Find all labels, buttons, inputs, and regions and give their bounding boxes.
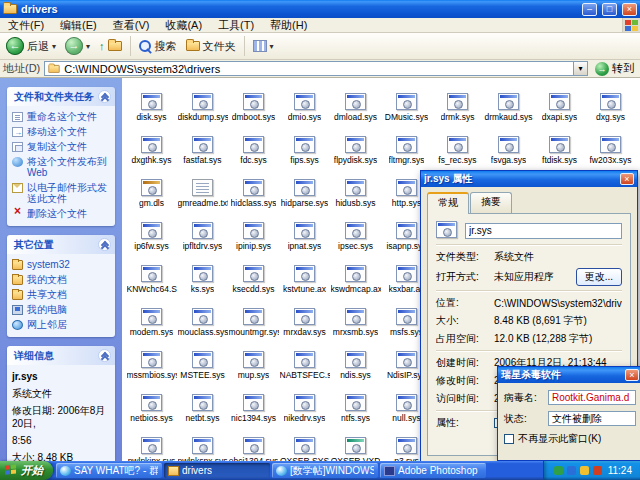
file-item[interactable]: KNWchc64.SYS [126,252,177,295]
file-item[interactable]: fastfat.sys [177,123,228,166]
menu-item[interactable]: 帮助(H) [262,18,315,33]
start-button[interactable]: 开始 [0,461,53,480]
file-item[interactable]: diskdump.sys [177,80,228,123]
file-item[interactable]: ks.sys [177,252,228,295]
forward-dropdown-icon[interactable]: ▾ [86,42,90,51]
address-input[interactable] [64,62,570,75]
dont-show-again-checkbox[interactable] [504,434,514,444]
file-item[interactable]: hidparse.sys [279,166,330,209]
menu-item[interactable]: 编辑(E) [52,18,105,33]
change-button[interactable]: 更改... [576,268,622,286]
file-item[interactable]: ksecdd.sys [228,252,279,295]
file-item[interactable]: mrxdav.sys [279,295,330,338]
file-item[interactable]: fsvga.sys [483,123,534,166]
menu-item[interactable]: 工具(T) [210,18,262,33]
place-item[interactable]: system32 [12,259,110,270]
tray-icon[interactable] [554,466,563,475]
file-item[interactable]: mrxsmb.sys [330,295,381,338]
file-item[interactable]: ip6fw.sys [126,209,177,252]
tray-icon[interactable] [580,466,589,475]
task-item[interactable]: 移动这个文件 [12,126,110,137]
file-item[interactable]: nikedrv.sys [279,381,330,424]
taskbar-button[interactable]: Adobe Photoshop [380,463,486,478]
place-item[interactable]: 共享文档 [12,289,110,300]
task-item[interactable]: 重命名这个文件 [12,111,110,122]
file-item[interactable]: netbios.sys [126,381,177,424]
file-item[interactable]: OXSER.SYS [279,424,330,461]
file-item[interactable]: fdc.sys [228,123,279,166]
file-item[interactable]: mountmgr.sys [228,295,279,338]
file-item[interactable]: fips.sys [279,123,330,166]
views-button[interactable]: ▾ [250,38,277,54]
file-item[interactable]: fltmgr.sys [381,123,432,166]
properties-close-button[interactable]: × [620,173,634,185]
menu-item[interactable]: 文件(F) [0,18,52,33]
file-item[interactable]: DMusic.sys [381,80,432,123]
file-item[interactable]: nwlnkipx.sys [126,424,177,461]
file-item[interactable]: gm.dls [126,166,177,209]
close-button[interactable]: × [622,3,637,16]
minimize-button[interactable]: – [582,3,597,16]
chevron-up-icon[interactable] [98,238,111,251]
file-item[interactable]: ohci1394.sys [228,424,279,461]
file-item[interactable]: ndis.sys [330,338,381,381]
menu-item[interactable]: 收藏(A) [157,18,210,33]
file-item[interactable]: gmreadme.txt [177,166,228,209]
file-item[interactable]: mouclass.sys [177,295,228,338]
file-item[interactable]: netbt.sys [177,381,228,424]
chevron-up-icon[interactable] [98,90,111,103]
file-item[interactable]: disk.sys [126,80,177,123]
file-item[interactable]: hidclass.sys [228,166,279,209]
back-dropdown-icon[interactable]: ▾ [52,42,56,51]
file-item[interactable]: NABTSFEC.sys [279,338,330,381]
file-item[interactable]: kswdmcap.ax [330,252,381,295]
task-item[interactable]: 将这个文件发布到 Web [12,156,110,178]
views-dropdown-icon[interactable]: ▾ [270,42,274,51]
file-item[interactable]: kstvtune.ax [279,252,330,295]
file-item[interactable]: drmkaud.sys [483,80,534,123]
address-dropdown-icon[interactable]: ▾ [573,62,587,75]
menu-item[interactable]: 查看(V) [105,18,158,33]
file-item[interactable]: mup.sys [228,338,279,381]
tab-general[interactable]: 常规 [427,192,469,214]
file-item[interactable]: dxg.sys [585,80,636,123]
place-item[interactable]: 网上邻居 [12,319,110,330]
details-header[interactable]: 详细信息 [7,346,115,365]
search-button[interactable]: 搜索 [136,37,180,56]
forward-button[interactable]: → ▾ [62,35,93,57]
file-item[interactable]: ftdisk.sys [534,123,585,166]
file-item[interactable]: hidusb.sys [330,166,381,209]
file-item[interactable]: dmload.sys [330,80,381,123]
file-item[interactable]: ipinip.sys [228,209,279,252]
back-button[interactable]: ← 后退 ▾ [3,35,59,57]
chevron-up-icon[interactable] [98,349,111,362]
folders-button[interactable]: 文件夹 [183,37,239,56]
file-item[interactable]: dmboot.sys [228,80,279,123]
file-item[interactable]: modem.sys [126,295,177,338]
place-item[interactable]: 我的文档 [12,274,110,285]
taskbar-button[interactable]: [数学帖]WINDOWS... [272,463,378,478]
clock[interactable]: 11:24 [608,465,632,476]
taskbar-button[interactable]: SAY WHAT吧? - 群 [56,463,162,478]
file-item[interactable]: dmio.sys [279,80,330,123]
task-item[interactable]: 复制这个文件 [12,141,110,152]
file-item[interactable]: ipnat.sys [279,209,330,252]
tray-icon[interactable] [593,466,602,475]
file-item[interactable]: ipfltdrv.sys [177,209,228,252]
file-item[interactable]: nwlnkspx.sys [177,424,228,461]
filename-field[interactable] [465,223,622,239]
file-item[interactable]: MSTEE.sys [177,338,228,381]
task-item[interactable]: 删除这个文件 [12,208,110,219]
tab-summary[interactable]: 摘要 [470,192,512,213]
file-item[interactable]: nic1394.sys [228,381,279,424]
file-tasks-header[interactable]: 文件和文件夹任务 [7,87,115,106]
other-places-header[interactable]: 其它位置 [7,235,115,254]
file-item[interactable]: fs_rec.sys [432,123,483,166]
tray-icon[interactable] [567,466,576,475]
go-button[interactable]: → 转到 [592,61,637,76]
file-item[interactable]: dxgthk.sys [126,123,177,166]
file-item[interactable]: dxapi.sys [534,80,585,123]
file-item[interactable]: fw203x.sys [585,123,636,166]
place-item[interactable]: 我的电脑 [12,304,110,315]
file-item[interactable]: flpydisk.sys [330,123,381,166]
